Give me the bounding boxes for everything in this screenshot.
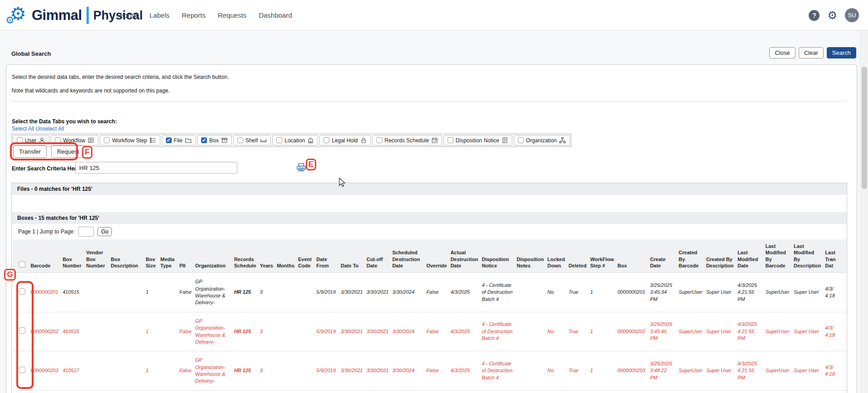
tab-label: File: [174, 137, 183, 144]
cell-value: No: [547, 329, 554, 334]
column-header: Disposition Notice: [482, 239, 516, 273]
select-all-rows-checkbox[interactable]: [19, 261, 25, 267]
cell-value: SuperUser: [679, 329, 703, 334]
cell-value: SuperUser: [766, 289, 790, 295]
cell-value: 3: [260, 368, 263, 373]
column-header: Organization: [195, 239, 234, 273]
cell-value: False: [179, 329, 192, 334]
tab-checkbox-legal-hold[interactable]: [323, 137, 329, 143]
jump-to-page-input[interactable]: [78, 227, 94, 237]
pagination-text: Page 1 | Jump to Page:: [18, 228, 75, 235]
shelf-icon: [260, 137, 267, 144]
cell-value: 410515: [63, 289, 79, 295]
tab-workflow[interactable]: Workflow: [51, 135, 98, 146]
cell-value: 3/30/2024: [392, 289, 415, 295]
scrollbar-thumb[interactable]: [862, 67, 867, 189]
column-header: Barcode: [30, 239, 63, 273]
tab-checkbox-box[interactable]: [201, 137, 207, 143]
search-criteria-input[interactable]: [75, 162, 237, 174]
column-header: Vendor Box Number: [86, 239, 111, 273]
cell-value: 4/3/2025: [450, 368, 470, 373]
divider: [12, 101, 845, 102]
unselect-all-link[interactable]: Unselect All: [36, 126, 64, 132]
select-all-link[interactable]: Select All: [12, 126, 34, 132]
tab-checkbox-workflow[interactable]: [55, 137, 61, 143]
nav-link-requests[interactable]: Requests: [218, 11, 246, 19]
help-icon[interactable]: ?: [809, 10, 820, 21]
boxes-results-table: BarcodeBox NumberVendor Box NumberBox De…: [13, 239, 847, 391]
tab-checkbox-user[interactable]: [17, 137, 23, 143]
nav-link-home[interactable]: Home: [119, 11, 137, 19]
cell-value: 0000000202: [617, 329, 645, 334]
nav-link-labels[interactable]: Labels: [149, 11, 169, 19]
gear-icon[interactable]: ⚙: [827, 10, 837, 21]
row-checkbox[interactable]: [19, 288, 25, 295]
tab-location[interactable]: Location: [272, 135, 318, 146]
cell-value: Super User: [706, 289, 732, 295]
page-actions: Close Clear Search: [769, 47, 856, 58]
organization-icon: [559, 137, 566, 144]
nav-link-reports[interactable]: Reports: [182, 11, 206, 19]
tab-disposition-notice[interactable]: Disposition Notice: [444, 135, 512, 146]
cell-value: 1: [146, 329, 149, 334]
tab-label: Workflow Step: [112, 137, 147, 144]
column-header: Locked Down: [547, 239, 569, 273]
cell-value: 3/30/2021: [341, 368, 363, 373]
tab-records-schedule[interactable]: Records Schedule: [372, 135, 442, 146]
tab-checkbox-location[interactable]: [276, 137, 282, 143]
cell-value: 5/9/2019: [316, 368, 336, 373]
tab-user[interactable]: User: [13, 135, 49, 146]
cell-value: 3/30/2021: [366, 289, 389, 295]
barcode-link[interactable]: 0000000201: [30, 289, 58, 295]
tab-checkbox-disposition-notice[interactable]: [448, 137, 453, 143]
column-header: Box Size: [146, 239, 160, 273]
row-checkbox[interactable]: [19, 367, 25, 373]
cell-value: Super User: [706, 368, 732, 373]
column-header: Last Modified By Description: [794, 239, 825, 273]
row-checkbox[interactable]: [19, 327, 25, 334]
cell-value: 3/30/2024: [392, 368, 415, 373]
cell-value: 410517: [63, 368, 79, 373]
column-header: Cut-off Date: [366, 239, 392, 273]
print-icon[interactable]: [296, 163, 306, 172]
transfer-button[interactable]: Transfer: [13, 146, 47, 158]
tab-label: Disposition Notice: [456, 137, 499, 144]
legal-hold-icon: [360, 137, 367, 144]
column-header: Override: [426, 239, 450, 273]
search-button[interactable]: Search: [827, 47, 856, 58]
tab-checkbox-organization[interactable]: [518, 137, 524, 143]
tab-workflow-step[interactable]: Workflow Step: [100, 135, 160, 146]
column-header: Last Modified Date: [738, 239, 766, 273]
tab-organization[interactable]: Organization: [514, 135, 570, 146]
file-icon: [185, 137, 192, 144]
column-header: Deleted: [569, 239, 590, 273]
tab-checkbox-file[interactable]: [166, 137, 172, 143]
search-panel: Select the desired data tabs, enter the …: [6, 64, 857, 393]
annotation-marker-g: G: [4, 269, 16, 281]
cell-value: False: [179, 368, 192, 373]
tab-checkbox-shelf[interactable]: [237, 137, 243, 143]
annotation-marker-f: F: [82, 146, 92, 159]
tab-checkbox-workflow-step[interactable]: [104, 137, 110, 143]
tab-legal-hold[interactable]: Legal Hold: [319, 135, 371, 146]
barcode-link[interactable]: 0000000202: [30, 329, 58, 334]
tab-checkbox-records-schedule[interactable]: [376, 137, 382, 143]
cell-value: 4/3/ 4:18: [825, 325, 834, 337]
cell-value: False: [426, 289, 439, 295]
barcode-link[interactable]: 0000000203: [30, 368, 58, 373]
tab-box[interactable]: Box: [197, 135, 232, 146]
column-header: Create Date: [650, 239, 679, 273]
boxes-section-header: Boxes - 15 matches for 'HR 125': [12, 212, 847, 224]
tab-shelf[interactable]: Shelf: [233, 135, 271, 146]
close-button[interactable]: Close: [769, 47, 795, 58]
request-button[interactable]: Request: [51, 146, 85, 158]
cell-value: 4/3/2025: [450, 289, 470, 295]
cell-value: 3/30/2021: [366, 329, 389, 334]
tab-file[interactable]: File: [162, 135, 196, 146]
tab-label: Shelf: [246, 137, 258, 144]
clear-button[interactable]: Clear: [799, 47, 824, 58]
avatar[interactable]: SU: [845, 8, 859, 22]
go-button[interactable]: Go: [97, 227, 112, 236]
nav-link-dashboard[interactable]: Dashboard: [259, 11, 292, 19]
records-schedule-value: HR 125: [234, 368, 251, 373]
